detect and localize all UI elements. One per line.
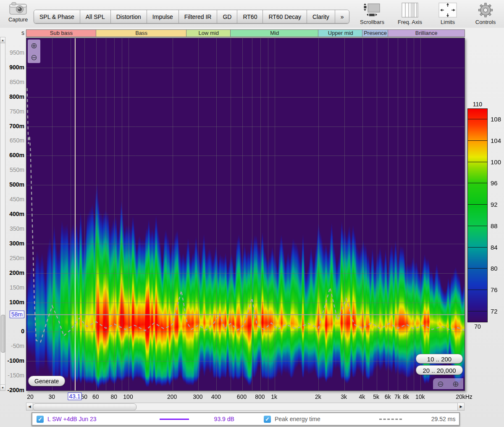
colorbar-tick-line: [468, 247, 487, 248]
frequency-axis-labels: 20305060801002003004006008001k2k3k4k5k6k…: [0, 392, 504, 402]
view-tab-rt60-decay[interactable]: RT60 Decay: [263, 10, 307, 23]
legend-bar: ✓ L SW +4dB Jun 23 93.9 dB ✓ Peak energy…: [32, 412, 460, 426]
colorbar-tick-label: 72: [491, 307, 498, 314]
colorbar-tick-line: [468, 140, 487, 141]
y-tick-label: 550m: [6, 167, 24, 173]
y-tick-label: 650m: [6, 137, 24, 144]
controls-tool[interactable]: Controls: [470, 1, 501, 25]
horizontal-scroll-thumb[interactable]: [33, 403, 136, 411]
freq-range-10-200-button[interactable]: 10 .. 200: [416, 354, 463, 364]
vertical-scroll-thumb[interactable]: [1, 315, 5, 353]
y-tick-label: 350m: [6, 226, 24, 232]
view-tab-clarity[interactable]: Clarity: [307, 10, 335, 23]
spl-colorbar: 110 10810410096928884807672 70: [465, 101, 504, 336]
time-axis-labels: 950m900m850m800m750m700m650m600m550m500m…: [6, 38, 24, 390]
zoom-in-icon[interactable]: ⊕: [452, 380, 459, 388]
y-tick-label: 950m: [6, 50, 24, 56]
limits-tool[interactable]: Limits: [433, 1, 463, 25]
scrollbars-tool[interactable]: Scrollbars: [357, 1, 387, 25]
colorbar-tick-label: 80: [491, 265, 498, 272]
time-marker-label[interactable]: 58m: [10, 311, 24, 318]
generate-button[interactable]: Generate: [28, 376, 65, 386]
y-tick-label: 500m: [6, 182, 24, 188]
view-tab-impulse[interactable]: Impulse: [147, 10, 179, 23]
y-tick-label: 100m: [6, 299, 24, 306]
y-tick-label: -100m: [6, 358, 24, 364]
view-tab-spl-phase[interactable]: SPL & Phase: [34, 10, 80, 23]
freq-zoom-pad: ⊖ ⊕: [433, 378, 463, 389]
y-tick-label: -50m: [6, 343, 24, 349]
zoom-out-icon[interactable]: ⊖: [437, 380, 444, 388]
scroll-up-arrow-icon[interactable]: ▲: [0, 37, 5, 43]
spectrogram-canvas[interactable]: [26, 38, 465, 390]
freq-axis-icon: [395, 1, 425, 19]
y-tick-label: 750m: [6, 108, 24, 115]
x-tick-label: 10k: [415, 393, 425, 400]
freq-axis-tool[interactable]: Freq. Axis: [395, 1, 425, 25]
band-sub-bass: Sub bass: [26, 29, 96, 37]
limits-icon: [433, 1, 463, 19]
x-tick-label: 20kHz: [456, 393, 472, 400]
freq-range-full-button[interactable]: 20 .. 20,000: [416, 365, 463, 375]
y-tick-label: 700m: [6, 123, 24, 129]
capture-button[interactable]: Capture: [4, 2, 32, 23]
colorbar-tick-line: [468, 290, 487, 290]
x-tick-label: 4k: [359, 393, 365, 400]
band-brilliance: Brilliance: [388, 29, 465, 37]
x-tick-label: 3k: [341, 393, 347, 400]
view-tab-filtered-ir[interactable]: Filtered IR: [179, 10, 218, 23]
view-tab-distortion[interactable]: Distortion: [111, 10, 147, 23]
spectrogram-plot[interactable]: ⊕ ⊖ Generate 10 .. 200 20 .. 20,000 ⊖ ⊕: [26, 38, 465, 391]
scroll-left-arrow-icon[interactable]: ◀: [26, 403, 33, 410]
overlay-time-value: 29.52 ms: [431, 416, 456, 422]
time-zoom-pad: ⊕ ⊖: [28, 40, 40, 63]
colorbar-tick-label: 96: [491, 179, 498, 187]
overlay-dash-swatch: [379, 419, 402, 420]
trace-checkbox[interactable]: ✓: [37, 416, 44, 423]
horizontal-scrollbar[interactable]: ◀ ▶: [26, 403, 465, 411]
x-tick-label: 6k: [385, 393, 391, 400]
tool-label: Freq. Axis: [395, 19, 425, 25]
y-tick-label: 300m: [6, 240, 24, 247]
right-tool-group: ScrollbarsFreq. AxisLimitsControls: [357, 1, 501, 25]
x-tick-label: 60: [92, 393, 99, 400]
scroll-right-arrow-icon[interactable]: ▶: [457, 403, 464, 410]
x-tick-label: 2k: [315, 393, 321, 400]
frequency-cursor-label[interactable]: 43.1: [68, 393, 81, 400]
scroll-down-arrow-icon[interactable]: ▼: [0, 385, 5, 390]
colorbar-tick-line: [468, 119, 487, 119]
colorbar-tick-line: [468, 226, 487, 226]
overlay-checkbox[interactable]: ✓: [264, 416, 271, 423]
x-tick-label: 20: [27, 393, 34, 400]
camera-icon: [8, 2, 28, 17]
colorbar-tick-label: 84: [491, 243, 498, 250]
view-tab--[interactable]: »: [335, 10, 349, 23]
y-tick-label: 450m: [6, 196, 24, 203]
x-tick-label: 600: [237, 393, 247, 400]
zoom-in-icon[interactable]: ⊕: [31, 42, 37, 50]
zoom-out-icon[interactable]: ⊖: [31, 53, 37, 61]
colorbar-tick-label: 104: [491, 137, 501, 144]
y-tick-label: 200m: [6, 270, 24, 276]
x-tick-label: 800: [255, 393, 265, 400]
x-tick-label: 30: [48, 393, 55, 400]
y-tick-label: 150m: [6, 285, 24, 291]
measurement-app-window: Capture SPL & PhaseAll SPLDistortionImpu…: [0, 0, 504, 427]
band-presence: Presence: [362, 29, 388, 37]
x-tick-label: 400: [211, 393, 221, 400]
toolbar: Capture SPL & PhaseAll SPLDistortionImpu…: [0, 0, 504, 28]
colorbar-tick-label: 100: [491, 158, 501, 165]
colorbar-tick-line: [468, 183, 487, 183]
view-tab-all-spl[interactable]: All SPL: [80, 10, 111, 23]
colorbar-tick-line: [468, 204, 487, 205]
view-tab-rt60[interactable]: RT60: [237, 10, 263, 23]
y-tick-label: 0: [6, 328, 24, 335]
colorbar-tick-line: [468, 311, 487, 311]
band-low-mid: Low mid: [186, 29, 231, 37]
vertical-scrollbar[interactable]: ▲ ▼: [0, 37, 5, 391]
gear-icon: [470, 1, 501, 19]
view-tab-gd[interactable]: GD: [217, 10, 237, 23]
x-tick-label: 80: [111, 393, 118, 400]
x-tick-label: 7k: [394, 393, 401, 400]
frequency-band-strip: Sub bassBassLow midMidUpper midPresenceB…: [26, 29, 465, 37]
